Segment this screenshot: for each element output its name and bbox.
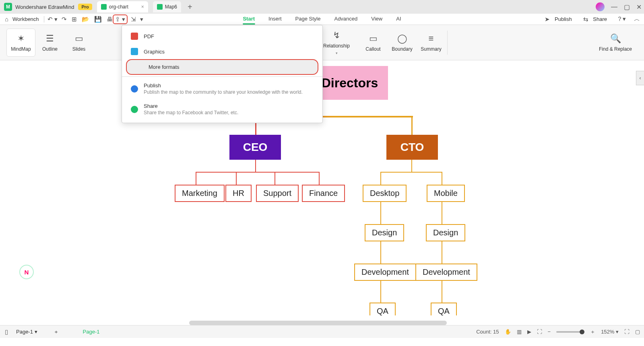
new-tab-button[interactable]: +	[188, 2, 192, 12]
ribbon-callout[interactable]: ▭Callout	[359, 29, 388, 57]
zoom-slider[interactable]	[556, 331, 584, 333]
help-icon[interactable]: ？▾	[617, 15, 626, 23]
close-button[interactable]: ✕	[636, 3, 642, 11]
fullscreen-icon[interactable]: ⛶	[624, 329, 630, 335]
ribbon-label: MindMap	[11, 46, 31, 52]
panel-toggle-icon[interactable]: ▢	[635, 329, 640, 335]
node-mobile-design[interactable]: Design	[426, 224, 465, 241]
collapse-ribbon-icon[interactable]: ︿	[634, 15, 640, 23]
open-icon[interactable]: 📂	[82, 16, 89, 23]
menu-pagestyle[interactable]: Page Style	[295, 14, 321, 25]
menu-advanced[interactable]: Advanced	[334, 14, 357, 25]
export-share-item[interactable]: Share Share the map to Facebook and Twit…	[122, 99, 322, 119]
dd-label: Publish	[144, 82, 303, 89]
import-icon[interactable]: ⇲	[131, 16, 136, 23]
ribbon-label: Outline	[42, 46, 58, 52]
undo-icon[interactable]: ↶ ▾	[47, 16, 58, 23]
node-desktop-dev[interactable]: Development	[354, 264, 416, 281]
ribbon-find-replace[interactable]: 🔍Find & Replace	[593, 29, 638, 57]
workbench-button[interactable]: Workbench	[11, 15, 41, 23]
user-avatar[interactable]	[596, 2, 605, 11]
export-more-formats-item[interactable]: More formats	[126, 59, 318, 75]
pages-panel-icon[interactable]: ▯	[5, 328, 8, 336]
dd-sublabel: Publish the map to the community to shar…	[144, 89, 303, 95]
side-panel-toggle[interactable]: ‹	[636, 71, 644, 85]
count-label: Count: 15	[476, 329, 499, 335]
share-button[interactable]: ⇆ Share	[582, 15, 609, 24]
home-icon[interactable]: ⌂	[5, 16, 8, 23]
more-qat-icon[interactable]: ▾	[140, 16, 143, 23]
export-pdf-item[interactable]: PDF	[122, 29, 322, 44]
menu-insert[interactable]: Insert	[268, 14, 282, 25]
save-icon[interactable]: 💾	[94, 16, 102, 23]
horizontal-scrollbar[interactable]	[189, 321, 447, 325]
node-cto[interactable]: CTO	[386, 135, 438, 160]
export-publish-item[interactable]: Publish Publish the map to the community…	[122, 78, 322, 99]
node-desktop-design[interactable]: Design	[365, 224, 404, 241]
fit-page-icon[interactable]: ⛶	[537, 329, 542, 335]
find-icon: 🔍	[610, 33, 621, 44]
view-mode-icon[interactable]: ▥	[517, 329, 522, 335]
node-mobile[interactable]: Mobile	[427, 185, 465, 202]
connector	[236, 172, 237, 185]
zoom-label: 152%	[601, 329, 614, 335]
node-desktop-qa[interactable]: QA	[369, 303, 396, 315]
tab-close-icon[interactable]: ×	[141, 4, 144, 10]
maximize-button[interactable]: ▢	[624, 3, 630, 11]
export-button[interactable]: ⇪ ▾	[113, 14, 128, 24]
app-name: Wondershare EdrawMind	[15, 4, 74, 10]
zoom-in-button[interactable]: ＋	[590, 328, 595, 336]
zoom-value[interactable]: 152% ▾	[601, 329, 619, 335]
ai-assistant-bubble[interactable]: N	[19, 265, 34, 279]
connector	[334, 116, 413, 117]
menu-start[interactable]: Start	[243, 14, 255, 25]
menu-ai[interactable]: AI	[396, 14, 401, 25]
callout-icon: ▭	[369, 33, 378, 44]
redo-icon[interactable]: ↷	[62, 16, 67, 23]
print-icon[interactable]: 🖶	[107, 16, 113, 23]
node-mobile-qa[interactable]: QA	[431, 303, 457, 315]
tab-org-chart[interactable]: org-chart ×	[97, 1, 148, 12]
add-page-button[interactable]: ＋	[54, 328, 59, 336]
node-ceo[interactable]: CEO	[229, 135, 281, 160]
mindmap-icon: ✶	[17, 33, 25, 44]
publish-button[interactable]: ➤ Publish	[543, 15, 573, 24]
connector	[255, 160, 256, 172]
slides-icon: ▭	[75, 33, 83, 44]
outline-icon: ☰	[46, 33, 54, 44]
tab-map6[interactable]: Map6	[153, 1, 181, 12]
minimize-button[interactable]: —	[611, 3, 617, 10]
ribbon-summary[interactable]: ≡Summary	[417, 29, 446, 57]
publish-label: Publish	[555, 16, 572, 22]
export-graphics-item[interactable]: Graphics	[122, 44, 322, 59]
share-icon: ⇆	[583, 16, 588, 23]
node-directors[interactable]: Directors	[312, 66, 388, 100]
ribbon-outline[interactable]: ☰Outline	[35, 29, 64, 57]
connector	[380, 172, 442, 173]
graphics-icon	[131, 48, 138, 55]
node-mobile-dev[interactable]: Development	[415, 264, 477, 281]
menu-view[interactable]: View	[371, 14, 382, 25]
boundary-icon: ◯	[397, 33, 407, 44]
zoom-out-button[interactable]: −	[548, 329, 551, 335]
ribbon-label: Find & Replace	[599, 46, 632, 52]
present-icon[interactable]: ▶	[527, 329, 531, 335]
node-support[interactable]: Support	[256, 185, 299, 202]
ribbon-mindmap[interactable]: ✶MindMap	[6, 29, 35, 57]
share-label: Share	[593, 16, 607, 22]
ribbon-slides[interactable]: ▭Slides	[64, 29, 93, 57]
hand-tool-icon[interactable]: ✋	[505, 329, 511, 335]
summary-icon: ≡	[429, 33, 434, 44]
page-selector[interactable]: Page-1 ▾	[16, 329, 37, 335]
new-icon[interactable]: ⊞	[72, 16, 77, 23]
connector	[196, 172, 320, 173]
node-marketing[interactable]: Marketing	[175, 185, 225, 202]
node-desktop[interactable]: Desktop	[363, 185, 407, 202]
ribbon-boundary[interactable]: ◯Boundary	[388, 29, 417, 57]
node-finance[interactable]: Finance	[302, 185, 345, 202]
page-tag[interactable]: Page-1	[83, 329, 100, 335]
status-bar: ▯ Page-1 ▾ ＋ Page-1 Count: 15 ✋ ▥ ▶ ⛶ − …	[0, 325, 644, 338]
export-icon: ⇪ ▾	[115, 16, 125, 23]
relationship-icon: ↯	[333, 30, 340, 41]
node-hr[interactable]: HR	[225, 185, 252, 202]
